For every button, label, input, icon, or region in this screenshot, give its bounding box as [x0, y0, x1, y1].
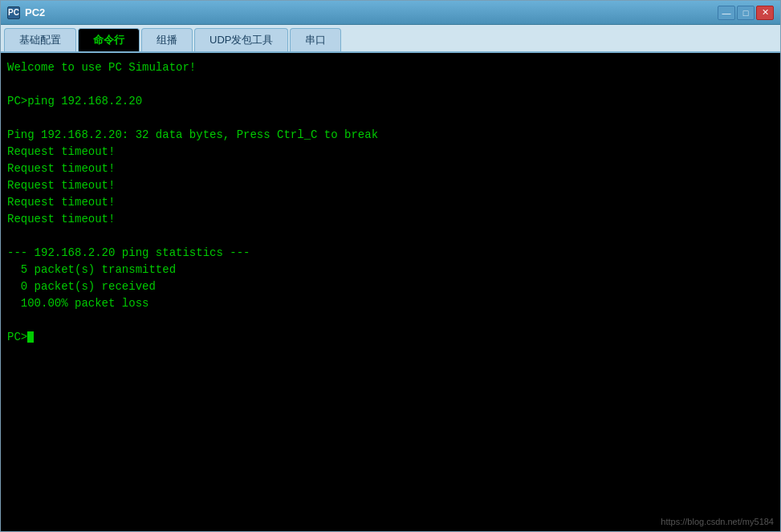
window-icon: PC	[7, 6, 20, 19]
window-title: PC2	[25, 6, 45, 18]
title-buttons: — □ ✕	[718, 6, 774, 20]
tab-udp[interactable]: UDP发包工具	[194, 28, 288, 51]
terminal-output: Welcome to use PC Simulator! PC>ping 192…	[7, 59, 774, 346]
title-bar-left: PC PC2	[7, 6, 45, 19]
close-button[interactable]: ✕	[756, 6, 774, 20]
watermark: https://blog.csdn.net/my5184	[661, 517, 774, 526]
minimize-button[interactable]: —	[718, 6, 735, 20]
main-window: PC PC2 — □ ✕ 基础配置 命令行 组播 UDP发包工具 串口 Welc…	[0, 0, 781, 532]
tab-multicast[interactable]: 组播	[141, 28, 193, 51]
tab-command[interactable]: 命令行	[78, 28, 140, 51]
title-bar: PC PC2 — □ ✕	[1, 1, 780, 25]
tab-bar: 基础配置 命令行 组播 UDP发包工具 串口	[1, 25, 780, 53]
terminal-container[interactable]: Welcome to use PC Simulator! PC>ping 192…	[1, 53, 780, 531]
tab-serial[interactable]: 串口	[290, 28, 341, 51]
tab-basic[interactable]: 基础配置	[4, 28, 76, 51]
maximize-button[interactable]: □	[737, 6, 755, 20]
terminal-cursor	[27, 331, 34, 343]
